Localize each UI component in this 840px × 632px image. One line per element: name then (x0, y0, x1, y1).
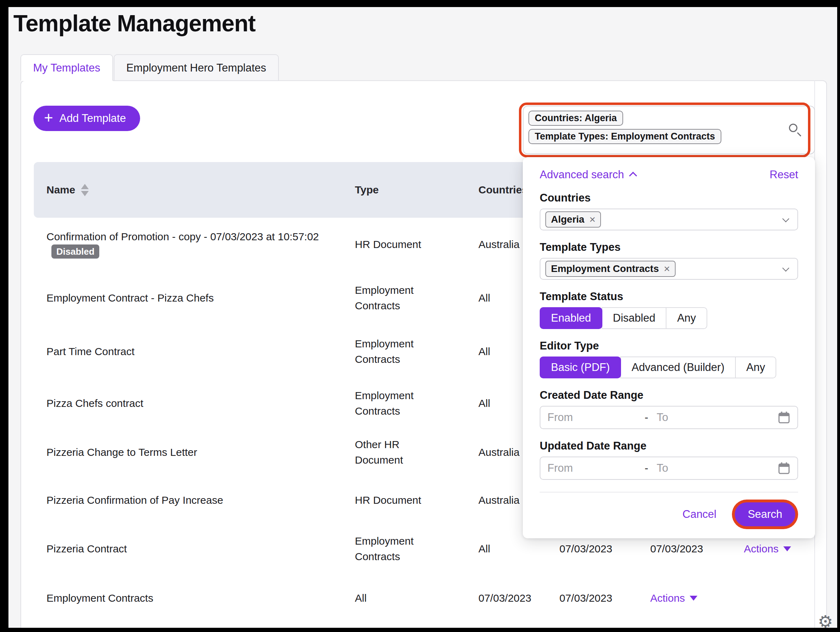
plus-icon: + (44, 110, 53, 125)
status-any-button[interactable]: Any (666, 307, 707, 329)
template-types-select[interactable]: Employment Contracts × (540, 258, 798, 280)
cell-type: Other HR Document (355, 437, 478, 468)
search-chip-template-types[interactable]: Template Types: Employment Contracts (529, 129, 722, 144)
chevron-down-icon (782, 215, 789, 222)
cell-type: All (355, 591, 478, 606)
tab-bar: My Templates Employment Hero Templates (21, 54, 279, 81)
calendar-icon[interactable] (778, 461, 790, 475)
table-row: Employment ContractsAll07/03/202307/03/2… (34, 573, 814, 623)
screenshot-frame: Template Management My Templates Employm… (0, 0, 840, 632)
cancel-button[interactable]: Cancel (683, 508, 717, 521)
cell-type: HR Document (355, 493, 478, 508)
column-header-name[interactable]: Name (34, 184, 355, 196)
created-date-range-label: Created Date Range (540, 389, 798, 402)
search-input[interactable]: Countries: Algeria Template Types: Emplo… (523, 106, 815, 154)
cell-type: Employment Contracts (355, 388, 478, 419)
editor-type-label: Editor Type (540, 340, 798, 352)
add-template-label: Add Template (60, 112, 126, 125)
cell-name: Employment Contract - Pizza Chefs (34, 290, 355, 306)
cell-updated: Actions (650, 591, 744, 606)
advanced-search-popover: Advanced search Reset Countries Algeria … (523, 157, 815, 538)
countries-selected-chip: Algeria × (545, 211, 601, 228)
remove-country-icon[interactable]: × (589, 214, 596, 225)
countries-select[interactable]: Algeria × (540, 209, 798, 230)
template-type-selected-chip: Employment Contracts × (545, 261, 676, 277)
cell-name: Employment Contracts (34, 591, 355, 606)
cell-countries: All (478, 541, 559, 557)
cell-type: Employment Contracts (355, 282, 478, 314)
search-chip-countries[interactable]: Countries: Algeria (529, 111, 623, 126)
search-chip-list: Countries: Algeria Template Types: Emplo… (529, 111, 809, 144)
editor-advanced-button[interactable]: Advanced (Builder) (621, 356, 736, 379)
calendar-icon[interactable] (778, 411, 790, 424)
actions-dropdown[interactable]: Actions (744, 541, 791, 557)
tab-my-templates[interactable]: My Templates (21, 54, 113, 81)
cell-name: Pizza Chefs contract (34, 396, 355, 411)
editor-type-segments: Basic (PDF) Advanced (Builder) Any (540, 356, 776, 379)
column-header-type: Type (355, 184, 478, 196)
reset-link[interactable]: Reset (770, 168, 798, 181)
cell-created: 07/03/2023 (559, 591, 650, 606)
cell-name: Part Time Contract (34, 344, 355, 360)
date-from-field[interactable]: From (548, 411, 644, 424)
triangle-down-icon (783, 546, 791, 551)
add-template-button[interactable]: + Add Template (33, 106, 140, 131)
cell-name: Pizzeria Change to Terms Letter (34, 445, 355, 460)
cell-name: Pizzeria Confirmation of Pay Increase (34, 493, 355, 508)
template-types-label: Template Types (540, 241, 798, 253)
template-status-label: Template Status (540, 290, 798, 303)
chevron-up-icon (629, 172, 637, 180)
countries-label: Countries (540, 192, 798, 204)
cell-updated: 07/03/2023 (650, 541, 744, 557)
cell-type: Employment Contracts (355, 533, 478, 564)
updated-date-range-input[interactable]: From - To (540, 456, 798, 480)
template-management-page: Template Management My Templates Employm… (8, 7, 837, 628)
status-disabled-button[interactable]: Disabled (602, 307, 667, 329)
status-enabled-button[interactable]: Enabled (540, 307, 602, 329)
cell-countries: 07/03/2023 (478, 591, 559, 606)
chevron-down-icon (782, 265, 789, 272)
status-badge: Disabled (51, 244, 99, 258)
settings-gear-icon[interactable]: ⚙ (818, 611, 833, 628)
date-from-field[interactable]: From (548, 462, 644, 475)
updated-date-range-label: Updated Date Range (540, 440, 798, 452)
popover-divider (540, 492, 798, 493)
remove-template-type-icon[interactable]: × (664, 263, 670, 275)
cell-type: Employment Contracts (355, 336, 478, 367)
cell-name: Confirmation of Promotion - copy - 07/03… (34, 229, 355, 260)
cell-type: HR Document (355, 237, 478, 252)
advanced-search-toggle[interactable]: Advanced search (540, 168, 637, 181)
search-button[interactable]: Search (735, 502, 795, 526)
actions-dropdown[interactable]: Actions (650, 591, 698, 606)
cell-created: 07/03/2023 (559, 541, 650, 557)
triangle-down-icon (690, 596, 698, 600)
page-title: Template Management (13, 10, 256, 36)
date-to-field[interactable]: To (657, 411, 778, 424)
cell-actions: Actions (744, 541, 814, 557)
created-date-range-input[interactable]: From - To (540, 406, 798, 429)
template-status-segments: Enabled Disabled Any (540, 307, 707, 329)
sort-icon[interactable] (81, 184, 89, 196)
search-icon[interactable] (788, 123, 802, 137)
tab-employment-hero-templates[interactable]: Employment Hero Templates (114, 54, 279, 81)
editor-basic-button[interactable]: Basic (PDF) (540, 356, 621, 379)
cell-name: Pizzeria Contract (34, 541, 355, 557)
date-to-field[interactable]: To (657, 462, 778, 475)
editor-any-button[interactable]: Any (735, 356, 776, 379)
